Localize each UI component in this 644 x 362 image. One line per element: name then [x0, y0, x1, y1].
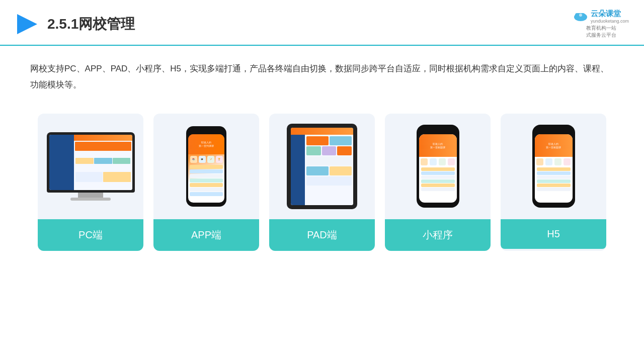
logo-text: 云朵课堂 yunduoketang.com [591, 9, 629, 24]
card-h5-label: H5 [501, 219, 606, 249]
description-text: 网校支持PC、APP、PAD、小程序、H5，实现多端打通，产品各终端自由切换，数… [0, 46, 644, 99]
card-pc-image [38, 114, 143, 219]
phone-mockup: 职途人的第一堂判课课 📚 🎓 📝 🏆 [186, 126, 226, 207]
card-pc: PC端 [38, 114, 143, 251]
h5-phone-mockup: 职途人的第一堂刷题课 [532, 125, 575, 208]
card-pad-image [269, 114, 375, 219]
svg-point-4 [575, 13, 579, 17]
card-miniprogram-image: 职途人的第一堂刷题课 [385, 114, 491, 219]
card-pad: PAD端 [269, 114, 375, 251]
card-app: 职途人的第一堂判课课 📚 🎓 📝 🏆 [153, 114, 259, 251]
card-h5: 职途人的第一堂刷题课 [501, 114, 606, 251]
card-miniprogram-label: 小程序 [385, 219, 491, 251]
logo-icon: 云朵课堂 yunduoketang.com [574, 9, 629, 24]
card-app-image: 职途人的第一堂判课课 📚 🎓 📝 🏆 [153, 114, 259, 219]
play-icon [15, 12, 39, 36]
card-miniprogram: 职途人的第一堂刷题课 [385, 114, 491, 251]
logo-tagline: 教育机构一站 式服务云平台 [586, 25, 616, 39]
svg-marker-0 [17, 14, 37, 34]
header-left: 2.5.1网校管理 [15, 12, 135, 36]
cloud-icon [574, 11, 588, 22]
page-title: 2.5.1网校管理 [47, 15, 135, 34]
cards-container: PC端 职途人的第一堂判课课 📚 🎓 📝 🏆 [0, 99, 644, 266]
logo-area: 云朵课堂 yunduoketang.com 教育机构一站 式服务云平台 [574, 9, 629, 39]
monitor-mockup [47, 132, 135, 201]
card-pad-label: PAD端 [269, 219, 375, 251]
card-h5-image: 职途人的第一堂刷题课 [501, 114, 606, 219]
header: 2.5.1网校管理 云朵课堂 yunduoketang.com 教育机构一站 式… [0, 0, 644, 46]
mini-phone-mockup: 职途人的第一堂刷题课 [417, 125, 459, 208]
svg-point-5 [579, 14, 582, 17]
card-app-label: APP端 [153, 219, 259, 251]
tablet-mockup [287, 124, 357, 209]
card-pc-label: PC端 [38, 219, 143, 251]
